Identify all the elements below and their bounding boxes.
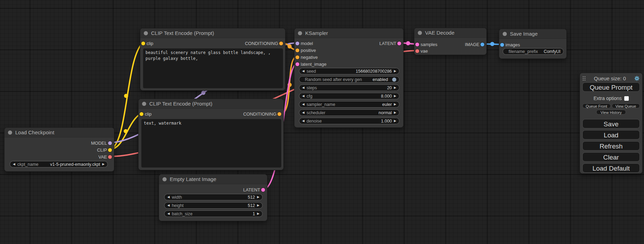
save-button[interactable]: Save (582, 119, 640, 128)
collapse-dot-icon[interactable] (503, 32, 507, 36)
node-graph-canvas[interactable]: Load Checkpoint MODEL CLIP VAE ◀ ckpt_na… (0, 0, 644, 244)
increment-arrow-icon[interactable]: ▶ (257, 196, 259, 199)
gear-icon[interactable] (634, 75, 640, 81)
decrement-arrow-icon[interactable]: ◀ (302, 70, 305, 73)
decrement-arrow-icon[interactable]: ◀ (302, 103, 305, 106)
clip-input-port[interactable] (140, 112, 143, 116)
extra-options-label: Extra options (593, 96, 622, 101)
decrement-arrow-icon[interactable]: ◀ (13, 163, 15, 166)
conditioning-output-port[interactable] (277, 112, 281, 116)
increment-arrow-icon[interactable]: ▶ (394, 111, 396, 114)
model-input-port[interactable] (295, 42, 299, 45)
widget-value: 1 (253, 211, 255, 216)
node-title: Empty Latent Image (170, 176, 216, 182)
toggle-on-icon[interactable] (392, 78, 396, 82)
node-load-checkpoint[interactable]: Load Checkpoint MODEL CLIP VAE ◀ ckpt_na… (4, 127, 114, 172)
decrement-arrow-icon[interactable]: ◀ (302, 94, 305, 98)
node-title-bar[interactable]: VAE Decode (414, 28, 486, 38)
cfg-widget[interactable]: ◀ cfg 8.000 ▶ (299, 93, 399, 99)
seed-widget[interactable]: ◀ seed 156680208700286 ▶ (299, 68, 399, 74)
clip-output-port[interactable] (108, 148, 112, 152)
wire-dot (288, 83, 292, 87)
node-title-bar[interactable]: Load Checkpoint (5, 128, 114, 137)
node-title-bar[interactable]: KSampler (294, 28, 403, 38)
batch-size-widget[interactable]: ◀ batch_size 1 ▶ (164, 210, 263, 217)
steps-widget[interactable]: ◀ steps 20 ▶ (299, 84, 399, 91)
image-output-port[interactable] (480, 43, 484, 46)
height-widget[interactable]: ◀ height 512 ▶ (164, 202, 263, 209)
model-output-port[interactable] (108, 141, 112, 145)
width-widget[interactable]: ◀ width 512 ▶ (164, 194, 263, 200)
vae-input-port[interactable] (415, 49, 419, 53)
samples-input-port[interactable] (415, 43, 419, 46)
scheduler-widget[interactable]: ◀ scheduler normal ▶ (299, 109, 399, 116)
increment-arrow-icon[interactable]: ▶ (257, 204, 259, 207)
collapse-dot-icon[interactable] (8, 130, 12, 135)
wire-dot (124, 129, 128, 133)
increment-arrow-icon[interactable]: ▶ (102, 163, 105, 166)
output-label: LATENT (243, 187, 260, 192)
extra-options-checkbox[interactable] (624, 96, 629, 101)
input-label: model (301, 41, 313, 46)
output-label: IMAGE (465, 42, 479, 47)
collapse-dot-icon[interactable] (418, 31, 422, 35)
images-input-port[interactable] (500, 43, 504, 47)
decrement-arrow-icon[interactable]: ◀ (167, 212, 170, 215)
queue-panel: Queue size: 0 Queue Prompt Extra options… (580, 73, 643, 174)
wire-clip-to-negative-prompt (110, 114, 141, 150)
sampler-name-widget[interactable]: ◀ sampler_name euler ▶ (299, 101, 399, 108)
node-title: CLIP Text Encode (Prompt) (151, 30, 214, 36)
decrement-arrow-icon[interactable]: ◀ (302, 111, 305, 114)
increment-arrow-icon[interactable]: ▶ (394, 70, 396, 73)
negative-input-port[interactable] (295, 55, 299, 59)
positive-input-port[interactable] (295, 48, 299, 52)
clip-input-port[interactable] (141, 42, 145, 45)
wire-dot (490, 42, 494, 46)
load-button[interactable]: Load (582, 130, 640, 139)
node-vae-decode[interactable]: VAE Decode samples vae IMAGE (414, 28, 487, 55)
collapse-dot-icon[interactable] (162, 177, 167, 181)
widget-label: steps (307, 85, 317, 90)
view-history-button[interactable]: View History (596, 110, 626, 115)
node-clip-text-encode-positive[interactable]: CLIP Text Encode (Prompt) clip CONDITION… (140, 28, 285, 91)
denoise-widget[interactable]: ◀ denoise 1.000 ▶ (299, 118, 399, 124)
queue-front-button[interactable]: Queue Front (582, 103, 611, 108)
decrement-arrow-icon[interactable]: ◀ (302, 119, 305, 123)
load-default-button[interactable]: Load Default (582, 163, 640, 173)
widget-label: filename_prefix (509, 49, 538, 54)
random-seed-toggle-widget[interactable]: Random seed after every gen enabled (299, 76, 399, 83)
filename-prefix-widget[interactable]: filename_prefix ComfyUI (503, 48, 564, 55)
collapse-dot-icon[interactable] (144, 31, 148, 35)
queue-prompt-button[interactable]: Queue Prompt (582, 82, 640, 92)
latent-output-port[interactable] (261, 188, 265, 192)
decrement-arrow-icon[interactable]: ◀ (302, 86, 305, 89)
increment-arrow-icon[interactable]: ▶ (257, 212, 259, 215)
increment-arrow-icon[interactable]: ▶ (394, 103, 396, 106)
drag-handle-icon[interactable] (582, 76, 586, 81)
vae-output-port[interactable] (108, 155, 112, 159)
view-queue-button[interactable]: View Queue (612, 103, 640, 108)
ckpt-name-widget[interactable]: ◀ ckpt_name v1-5-pruned-emaonly.ckpt ▶ (10, 161, 108, 168)
node-empty-latent-image[interactable]: Empty Latent Image LATENT ◀ width 512 ▶ … (159, 174, 267, 221)
node-title-bar[interactable]: CLIP Text Encode (Prompt) (140, 28, 285, 38)
node-title-bar[interactable]: Empty Latent Image (159, 174, 267, 184)
conditioning-output-port[interactable] (279, 42, 283, 45)
decrement-arrow-icon[interactable]: ◀ (167, 204, 170, 207)
collapse-dot-icon[interactable] (142, 102, 146, 106)
increment-arrow-icon[interactable]: ▶ (394, 86, 396, 89)
decrement-arrow-icon[interactable]: ◀ (167, 196, 170, 199)
prompt-text-field[interactable]: text, watermark (141, 119, 281, 168)
increment-arrow-icon[interactable]: ▶ (394, 119, 396, 123)
latent-output-port[interactable] (397, 42, 401, 45)
node-ksampler[interactable]: KSampler model positive negative latent_… (294, 28, 404, 128)
latent-image-input-port[interactable] (295, 62, 299, 66)
increment-arrow-icon[interactable]: ▶ (394, 94, 396, 98)
node-title-bar[interactable]: CLIP Text Encode (Prompt) (139, 99, 283, 109)
node-clip-text-encode-negative[interactable]: CLIP Text Encode (Prompt) clip CONDITION… (138, 99, 284, 170)
node-save-image[interactable]: Save Image images filename_prefix ComfyU… (499, 29, 567, 59)
node-title-bar[interactable]: Save Image (499, 29, 566, 39)
prompt-text-field[interactable]: beautiful scenery nature glass bottle la… (143, 48, 283, 88)
collapse-dot-icon[interactable] (298, 31, 302, 35)
clear-button[interactable]: Clear (582, 152, 640, 162)
refresh-button[interactable]: Refresh (582, 141, 640, 151)
